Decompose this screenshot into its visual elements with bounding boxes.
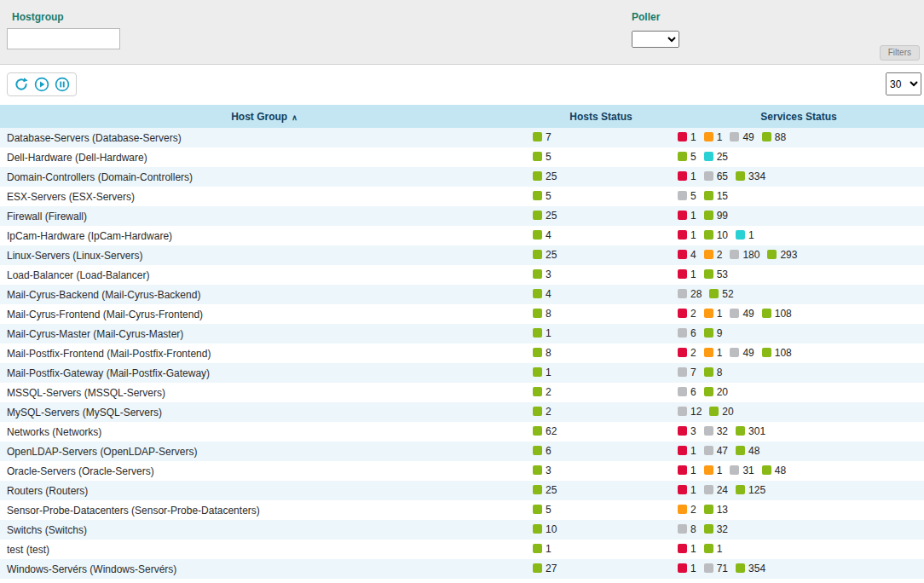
hostgroup-name[interactable]: Oracle-Servers (Oracle-Servers) [0, 465, 528, 477]
page-size-select[interactable]: 30 [886, 72, 921, 95]
status-badge-ok[interactable]: 3 [533, 268, 552, 280]
status-badge-ok[interactable]: 9 [704, 327, 723, 339]
table-row[interactable]: test (test)111 [0, 540, 924, 559]
status-badge-ok[interactable]: 5 [533, 504, 552, 516]
status-badge-unknown[interactable]: 65 [704, 170, 728, 182]
hostgroup-name[interactable]: Switchs (Switchs) [0, 524, 528, 536]
status-badge-unknown[interactable]: 47 [704, 445, 728, 457]
status-badge-ok[interactable]: 8 [533, 308, 552, 320]
status-badge-ok[interactable]: 8 [533, 347, 552, 359]
status-badge-ok[interactable]: 10 [704, 229, 728, 241]
table-row[interactable]: Sensor-Probe-Datacenters (Sensor-Probe-D… [0, 500, 924, 520]
status-badge-unknown[interactable]: 6 [678, 386, 696, 398]
status-badge-critical[interactable]: 4 [678, 249, 696, 261]
table-row[interactable]: Mail-Postfix-Frontend (Mail-Postfix-Fron… [0, 343, 924, 363]
status-badge-warning[interactable]: 1 [704, 308, 723, 320]
table-row[interactable]: Routers (Routers)25124125 [0, 481, 924, 500]
status-badge-ok[interactable]: 1 [533, 367, 552, 378]
status-badge-critical[interactable]: 1 [678, 543, 696, 555]
status-badge-critical[interactable]: 3 [678, 425, 696, 437]
status-badge-critical[interactable]: 1 [678, 563, 696, 574]
hostgroup-name[interactable]: Mail-Postfix-Frontend (Mail-Postfix-Fron… [0, 348, 528, 360]
status-badge-critical[interactable]: 1 [678, 484, 696, 496]
status-badge-ok[interactable]: 48 [762, 465, 786, 476]
status-badge-warning[interactable]: 1 [704, 465, 723, 476]
status-badge-ok[interactable]: 4 [533, 288, 552, 300]
status-badge-critical[interactable]: 1 [678, 170, 696, 182]
status-badge-unknown[interactable]: 31 [730, 465, 754, 476]
hostgroup-name[interactable]: Sensor-Probe-Datacenters (Sensor-Probe-D… [0, 505, 528, 517]
table-row[interactable]: OpenLDAP-Servers (OpenLDAP-Servers)61474… [0, 442, 924, 461]
status-badge-ok[interactable]: 53 [704, 268, 728, 280]
status-badge-critical[interactable]: 1 [678, 131, 696, 143]
status-badge-pending[interactable]: 25 [704, 151, 728, 163]
hostgroup-name[interactable]: MySQL-Servers (MySQL-Servers) [0, 407, 528, 418]
status-badge-unknown[interactable]: 12 [678, 406, 702, 418]
hostgroup-input[interactable] [7, 28, 120, 49]
status-badge-ok[interactable]: 25 [533, 484, 557, 496]
table-row[interactable]: Networks (Networks)62332301 [0, 422, 924, 442]
status-badge-ok[interactable]: 301 [736, 425, 765, 437]
table-row[interactable]: Dell-Hardware (Dell-Hardware)5525 [0, 147, 924, 167]
status-badge-unknown[interactable]: 49 [730, 131, 754, 143]
table-row[interactable]: IpCam-Hardware (IpCam-Hardware)41101 [0, 226, 924, 245]
status-badge-warning[interactable]: 1 [704, 347, 723, 359]
hostgroup-name[interactable]: Dell-Hardware (Dell-Hardware) [0, 152, 528, 164]
table-row[interactable]: MySQL-Servers (MySQL-Servers)21220 [0, 402, 924, 422]
status-badge-critical[interactable]: 1 [678, 445, 696, 457]
status-badge-ok[interactable]: 1 [533, 543, 552, 555]
status-badge-ok[interactable]: 354 [736, 563, 765, 574]
status-badge-critical[interactable]: 1 [678, 210, 696, 222]
status-badge-unknown[interactable]: 49 [730, 347, 754, 359]
status-badge-ok[interactable]: 8 [704, 367, 723, 378]
status-badge-pending[interactable]: 1 [736, 229, 754, 241]
status-badge-ok[interactable]: 5 [533, 151, 552, 163]
status-badge-ok[interactable]: 5 [533, 190, 552, 202]
hostgroup-name[interactable]: Domain-Controllers (Domain-Controllers) [0, 171, 528, 183]
hostgroup-name[interactable]: Mail-Cyrus-Master (Mail-Cyrus-Master) [0, 328, 528, 340]
status-badge-unknown[interactable]: 32 [704, 425, 728, 437]
status-badge-unknown[interactable]: 5 [678, 190, 696, 202]
hostgroup-name[interactable]: ESX-Servers (ESX-Servers) [0, 191, 528, 203]
table-row[interactable]: Database-Servers (Database-Servers)71149… [0, 128, 924, 147]
table-row[interactable]: MSSQL-Servers (MSSQL-Servers)2620 [0, 383, 924, 402]
status-badge-ok[interactable]: 27 [533, 563, 557, 574]
status-badge-ok[interactable]: 25 [533, 249, 557, 261]
table-row[interactable]: Mail-Postfix-Gateway (Mail-Postfix-Gatew… [0, 363, 924, 383]
status-badge-unknown[interactable]: 28 [678, 288, 702, 300]
hostgroup-name[interactable]: test (test) [0, 544, 528, 556]
hostgroup-name[interactable]: Windows-Servérs (Windows-Servérs) [0, 563, 528, 575]
table-row[interactable]: Domain-Controllers (Domain-Controllers)2… [0, 167, 924, 187]
hostgroup-name[interactable]: Linux-Servers (Linux-Servers) [0, 250, 528, 262]
status-badge-ok[interactable]: 20 [704, 386, 728, 398]
status-badge-unknown[interactable]: 180 [730, 249, 759, 261]
play-icon[interactable] [34, 77, 49, 92]
status-badge-ok[interactable]: 293 [767, 249, 797, 261]
hostgroup-name[interactable]: Load-Balancer (Load-Balancer) [0, 269, 528, 281]
status-badge-ok[interactable]: 10 [533, 523, 557, 535]
table-row[interactable]: Firewall (Firewall)25199 [0, 206, 924, 226]
status-badge-unknown[interactable]: 49 [730, 308, 754, 320]
status-badge-ok[interactable]: 2 [533, 406, 552, 418]
hostgroup-name[interactable]: Networks (Networks) [0, 426, 528, 438]
status-badge-warning[interactable]: 2 [678, 504, 696, 516]
hostgroup-name[interactable]: OpenLDAP-Servers (OpenLDAP-Servers) [0, 446, 528, 458]
status-badge-ok[interactable]: 108 [762, 347, 792, 359]
status-badge-ok[interactable]: 20 [709, 406, 733, 418]
refresh-icon[interactable] [14, 77, 29, 92]
table-row[interactable]: Mail-Cyrus-Frontend (Mail-Cyrus-Frontend… [0, 304, 924, 324]
status-badge-critical[interactable]: 1 [678, 465, 696, 476]
status-badge-unknown[interactable]: 7 [678, 367, 696, 378]
hostgroup-name[interactable]: Routers (Routers) [0, 485, 528, 497]
header-services-status[interactable]: Services Status [673, 111, 924, 123]
table-row[interactable]: Mail-Cyrus-Master (Mail-Cyrus-Master)169 [0, 324, 924, 343]
status-badge-ok[interactable]: 3 [533, 465, 552, 476]
hostgroup-name[interactable]: Mail-Cyrus-Frontend (Mail-Cyrus-Frontend… [0, 309, 528, 320]
hostgroup-name[interactable]: MSSQL-Servers (MSSQL-Servers) [0, 387, 528, 399]
hostgroup-name[interactable]: Firewall (Firewall) [0, 211, 528, 222]
status-badge-ok[interactable]: 99 [704, 210, 728, 222]
hostgroup-name[interactable]: Database-Servers (Database-Servers) [0, 132, 528, 144]
status-badge-unknown[interactable]: 8 [678, 523, 696, 535]
status-badge-critical[interactable]: 1 [678, 268, 696, 280]
status-badge-ok[interactable]: 52 [709, 288, 733, 300]
